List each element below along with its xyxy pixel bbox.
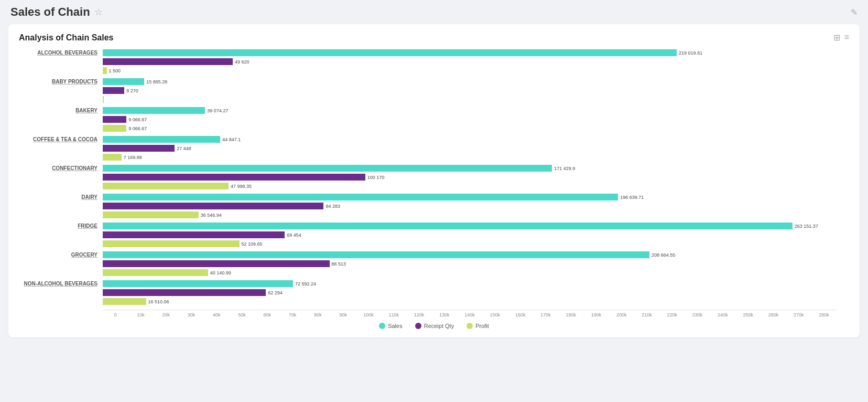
category-label[interactable]: FRIDGE <box>19 222 103 229</box>
profit-bar-row: 52 109.65 <box>103 240 849 248</box>
category-label[interactable]: ALCOHOL BEVERAGES <box>19 49 103 56</box>
sales-bar-row: 171 429.9 <box>103 164 849 172</box>
x-tick: 170k <box>533 312 558 318</box>
favorite-icon[interactable]: ☆ <box>94 6 103 18</box>
profit-bar <box>103 154 122 161</box>
sales-bar <box>103 251 649 258</box>
sales-bar <box>103 165 552 172</box>
profit-bar <box>103 125 126 132</box>
category-group: COFFEE & TEA & COCOA44 847.127 4487 169.… <box>19 135 849 161</box>
bars-group: 15 865.288 270 <box>103 78 849 103</box>
bars-group: 72 592.2462 29416 510.06 <box>103 280 849 305</box>
chart-container: Analysis of Chain Sales ⊞ ≡ ALCOHOL BEVE… <box>8 24 860 337</box>
sales-bar-row: 15 865.28 <box>103 78 849 86</box>
profit-label: 52 109.65 <box>242 241 263 247</box>
profit-label: 36 546.94 <box>201 213 222 218</box>
category-group: FRIDGE263 151.3769 45452 109.65 <box>19 222 849 248</box>
sales-label: 196 639.71 <box>620 195 644 200</box>
profit-label: 40 140.99 <box>210 270 231 276</box>
x-tick: 160k <box>508 312 533 318</box>
category-label[interactable]: NON-ALCOHOL BEVERAGES <box>19 280 103 287</box>
legend-dot <box>415 323 421 329</box>
category-label[interactable]: COFFEE & TEA & COCOA <box>19 135 103 142</box>
profit-bar-row: 47 998.35 <box>103 182 849 190</box>
category-label[interactable]: DAIRY <box>19 193 103 200</box>
sales-label: 219 019.61 <box>679 50 702 56</box>
category-group: CONFECTIONARY171 429.9100 17047 998.35 <box>19 164 849 190</box>
receipt-bar <box>103 231 285 238</box>
receipt-bar <box>103 87 124 94</box>
x-tick: 40k <box>204 312 229 318</box>
profit-bar-row <box>103 96 849 103</box>
x-tick: 140k <box>457 312 482 318</box>
profit-bar <box>103 298 146 305</box>
edit-icon[interactable]: ✎ <box>851 7 858 17</box>
receipt-label: 8 270 <box>126 88 138 93</box>
receipt-label: 9 066.67 <box>128 117 147 122</box>
profit-label: 7 169.88 <box>124 155 142 160</box>
sales-bar <box>103 49 677 56</box>
receipt-bar-row: 84 283 <box>103 202 849 210</box>
category-label[interactable]: BAKERY <box>19 107 103 113</box>
x-tick: 240k <box>710 312 735 318</box>
sales-bar <box>103 223 793 229</box>
x-tick: 110k <box>381 312 406 318</box>
category-label[interactable]: BABY PRODUCTS <box>19 78 103 84</box>
x-tick: 220k <box>659 312 685 318</box>
receipt-bar <box>103 203 323 209</box>
receipt-bar-row: 27 448 <box>103 144 849 152</box>
x-tick: 90k <box>331 312 356 318</box>
category-label[interactable]: CONFECTIONARY <box>19 164 103 171</box>
profit-bar <box>103 211 199 218</box>
x-tick: 250k <box>735 312 761 318</box>
receipt-bar-row: 69 454 <box>103 231 849 239</box>
profit-bar-row: 16 510.06 <box>103 298 849 305</box>
chart-area: ALCOHOL BEVERAGES219 019.6149 6201 500BA… <box>19 49 849 305</box>
sales-bar <box>103 280 293 287</box>
receipt-label: 49 620 <box>235 59 249 65</box>
x-tick: 120k <box>406 312 431 318</box>
category-group: GROCERY208 664.5586 51340 140.99 <box>19 251 849 277</box>
profit-label: 16 510.06 <box>148 299 169 304</box>
receipt-bar-row: 8 270 <box>103 87 849 94</box>
sales-bar-row: 219 019.61 <box>103 49 849 57</box>
profit-bar-row: 7 169.88 <box>103 153 849 161</box>
sales-label: 171 429.9 <box>554 166 575 171</box>
receipt-bar <box>103 116 126 123</box>
receipt-label: 84 283 <box>326 204 340 209</box>
chart-header: Analysis of Chain Sales ⊞ ≡ <box>19 33 849 43</box>
category-group: BAKERY39 074.279 066.679 066.67 <box>19 107 849 132</box>
sales-label: 208 664.55 <box>652 252 675 258</box>
chart-legend: SalesReceipt QtyProfit <box>19 323 849 329</box>
header-left: Sales of Chain ☆ <box>10 5 103 19</box>
page-title: Sales of Chain <box>10 5 90 19</box>
x-tick: 0 <box>103 312 128 318</box>
x-tick: 30k <box>179 312 204 318</box>
profit-label: 1 500 <box>109 68 121 73</box>
profit-bar-row: 1 500 <box>103 67 849 75</box>
table-icon[interactable]: ⊞ <box>833 33 840 43</box>
sales-label: 263 151.37 <box>795 224 818 229</box>
receipt-bar <box>103 174 365 181</box>
x-tick: 150k <box>482 312 507 318</box>
legend-item: Receipt Qty <box>415 323 454 329</box>
legend-item: Sales <box>379 323 403 329</box>
menu-icon[interactable]: ≡ <box>844 33 849 43</box>
category-label[interactable]: GROCERY <box>19 251 103 258</box>
receipt-bar-row: 100 170 <box>103 173 849 181</box>
sales-bar-row: 39 074.27 <box>103 107 849 114</box>
category-group: BABY PRODUCTS15 865.288 270 <box>19 78 849 103</box>
chart-title: Analysis of Chain Sales <box>19 33 114 43</box>
x-tick: 190k <box>583 312 609 318</box>
chart-toolbar: ⊞ ≡ <box>833 33 849 43</box>
receipt-bar-row: 86 513 <box>103 260 849 268</box>
receipt-bar-row: 62 294 <box>103 289 849 297</box>
receipt-bar <box>103 58 233 65</box>
receipt-label: 100 170 <box>367 175 385 180</box>
receipt-bar <box>103 145 175 152</box>
sales-label: 44 847.1 <box>222 137 241 142</box>
x-tick: 130k <box>432 312 457 318</box>
category-group: ALCOHOL BEVERAGES219 019.6149 6201 500 <box>19 49 849 75</box>
profit-bar <box>103 240 240 247</box>
bars-group: 39 074.279 066.679 066.67 <box>103 107 849 132</box>
